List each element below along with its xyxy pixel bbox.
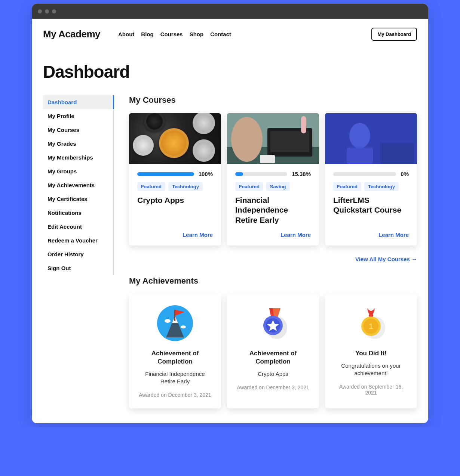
sidebar-item-sign-out[interactable]: Sign Out bbox=[43, 261, 113, 275]
course-card[interactable]: 15.38% Featured Saving Financial Indepen… bbox=[227, 113, 319, 245]
progress-bar bbox=[235, 172, 287, 176]
sidebar-item-courses[interactable]: My Courses bbox=[43, 123, 113, 137]
svg-text:1: 1 bbox=[369, 322, 373, 330]
course-thumbnail bbox=[129, 113, 221, 164]
course-tag[interactable]: Featured bbox=[235, 182, 263, 191]
course-tag[interactable]: Saving bbox=[266, 182, 290, 191]
course-card[interactable]: 0% Featured Technology LifterLMS Quickst… bbox=[325, 113, 417, 245]
course-thumbnail bbox=[325, 113, 417, 164]
nav-link-shop[interactable]: Shop bbox=[190, 31, 204, 37]
gold-medal-icon: 1 bbox=[333, 305, 409, 342]
progress-bar bbox=[333, 172, 396, 176]
course-card[interactable]: 100% Featured Technology Crypto Apps Lea… bbox=[129, 113, 221, 245]
svg-point-18 bbox=[181, 325, 186, 328]
window-titlebar bbox=[32, 4, 428, 19]
achievement-date: Awarded on September 16, 2021 bbox=[333, 384, 409, 396]
window-dot[interactable] bbox=[45, 9, 49, 13]
sidebar-item-profile[interactable]: My Profile bbox=[43, 109, 113, 123]
nav-links: About Blog Courses Shop Contact bbox=[118, 31, 231, 37]
sidebar-item-grades[interactable]: My Grades bbox=[43, 137, 113, 151]
star-medal-icon bbox=[235, 305, 311, 342]
svg-rect-3 bbox=[270, 131, 309, 152]
svg-point-4 bbox=[231, 117, 263, 162]
achievement-date: Awarded on December 3, 2021 bbox=[137, 392, 213, 398]
view-all-courses-link[interactable]: View All My Courses → bbox=[355, 256, 417, 262]
sidebar-item-order-history[interactable]: Order History bbox=[43, 247, 113, 261]
course-tag[interactable]: Featured bbox=[137, 182, 165, 191]
progress-text: 15.38% bbox=[292, 171, 311, 177]
course-thumbnail bbox=[227, 113, 319, 164]
course-tag[interactable]: Featured bbox=[333, 182, 361, 191]
svg-point-17 bbox=[165, 319, 171, 323]
progress-bar bbox=[137, 172, 194, 176]
brand-logo[interactable]: My Academy bbox=[43, 28, 100, 40]
nav-link-about[interactable]: About bbox=[118, 31, 134, 37]
learn-more-link[interactable]: Learn More bbox=[280, 232, 311, 238]
svg-rect-6 bbox=[301, 116, 306, 133]
sidebar-item-notifications[interactable]: Notifications bbox=[43, 206, 113, 220]
nav-link-blog[interactable]: Blog bbox=[141, 31, 153, 37]
sidebar-item-edit-account[interactable]: Edit Account bbox=[43, 220, 113, 234]
progress-row: 15.38% bbox=[235, 171, 311, 177]
learn-more-link[interactable]: Learn More bbox=[378, 232, 409, 238]
svg-point-9 bbox=[349, 123, 370, 148]
nav-link-courses[interactable]: Courses bbox=[160, 31, 183, 37]
achievement-title: Achievement of Completion bbox=[137, 349, 213, 366]
progress-text: 100% bbox=[199, 171, 213, 177]
sidebar-item-achievements[interactable]: My Achievements bbox=[43, 178, 113, 192]
achievement-subtitle: Congratulations on your achievement! bbox=[333, 362, 409, 377]
svg-rect-10 bbox=[347, 148, 373, 164]
sidebar: Dashboard My Profile My Courses My Grade… bbox=[43, 95, 114, 275]
achievement-card[interactable]: Achievement of Completion Financial Inde… bbox=[129, 294, 221, 409]
top-nav: My Academy About Blog Courses Shop Conta… bbox=[43, 28, 417, 41]
my-dashboard-button[interactable]: My Dashboard bbox=[371, 28, 417, 41]
section-title-achievements: My Achievements bbox=[129, 276, 417, 286]
achievement-date: Awarded on December 3, 2021 bbox=[235, 384, 311, 390]
achievement-title: You Did It! bbox=[333, 349, 409, 358]
achievement-cards: Achievement of Completion Financial Inde… bbox=[129, 294, 417, 409]
mountain-flag-icon bbox=[137, 305, 213, 342]
sidebar-item-dashboard[interactable]: Dashboard bbox=[43, 95, 114, 109]
achievement-card[interactable]: 1 You Did It! Congratulations on your ac… bbox=[325, 294, 417, 409]
achievement-title: Achievement of Completion bbox=[235, 349, 311, 366]
achievement-subtitle: Financial Independence Retire Early bbox=[137, 370, 213, 386]
window-dot[interactable] bbox=[38, 9, 42, 13]
achievement-subtitle: Crypto Apps bbox=[235, 370, 311, 378]
sidebar-item-memberships[interactable]: My Memberships bbox=[43, 151, 113, 164]
progress-row: 100% bbox=[137, 171, 213, 177]
learn-more-link[interactable]: Learn More bbox=[183, 232, 213, 238]
course-title: LifterLMS Quickstart Course bbox=[333, 195, 409, 215]
page-title: Dashboard bbox=[43, 62, 417, 82]
window-dot[interactable] bbox=[52, 9, 56, 13]
progress-text: 0% bbox=[401, 171, 409, 177]
progress-row: 0% bbox=[333, 171, 409, 177]
sidebar-item-groups[interactable]: My Groups bbox=[43, 164, 113, 178]
main-content: My Courses bbox=[129, 95, 417, 408]
sidebar-item-redeem[interactable]: Redeem a Voucher bbox=[43, 234, 113, 247]
sidebar-item-certificates[interactable]: My Certificates bbox=[43, 192, 113, 206]
course-tag[interactable]: Technology bbox=[364, 182, 399, 191]
svg-rect-11 bbox=[380, 143, 414, 164]
svg-rect-5 bbox=[260, 155, 275, 163]
nav-link-contact[interactable]: Contact bbox=[210, 31, 231, 37]
course-cards: 100% Featured Technology Crypto Apps Lea… bbox=[129, 113, 417, 245]
browser-window: My Academy About Blog Courses Shop Conta… bbox=[32, 4, 428, 423]
svg-rect-15 bbox=[174, 310, 175, 321]
course-title: Financial Independence Retire Early bbox=[235, 195, 311, 225]
course-tag[interactable]: Technology bbox=[168, 182, 203, 191]
section-title-courses: My Courses bbox=[129, 95, 417, 105]
achievement-card[interactable]: Achievement of Completion Crypto Apps Aw… bbox=[227, 294, 319, 409]
course-title: Crypto Apps bbox=[137, 195, 213, 205]
